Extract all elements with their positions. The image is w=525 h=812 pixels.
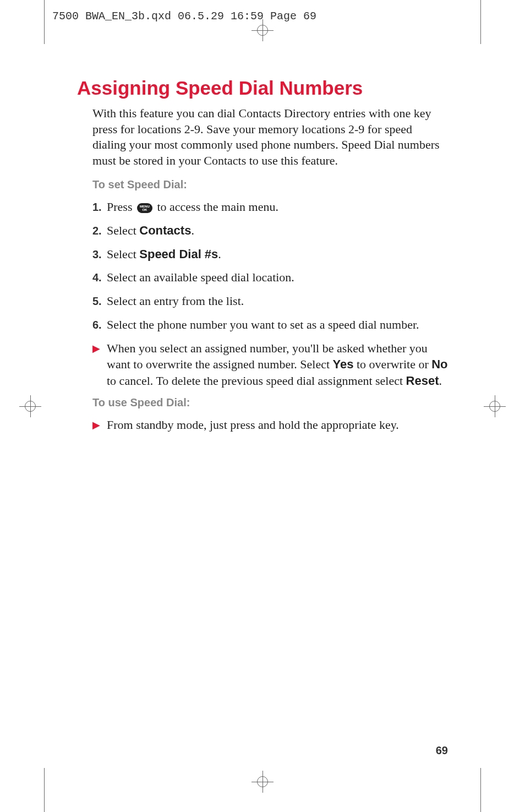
step-number: 2. xyxy=(92,222,107,238)
section-heading-set: To set Speed Dial: xyxy=(77,178,448,191)
file-header-info: 7500 BWA_EN_3b.qxd 06.5.29 16:59 Page 69 xyxy=(52,10,316,23)
intro-paragraph: With this feature you can dial Contacts … xyxy=(77,106,448,168)
crop-mark xyxy=(44,0,45,44)
step-item: 6. Select the phone number you want to s… xyxy=(92,317,448,333)
step-item: 3. Select Speed Dial #s. xyxy=(92,246,448,263)
step-item: 2. Select Contacts. xyxy=(92,222,448,239)
registration-mark-icon xyxy=(251,771,274,793)
step-item: 1. Press MENUOK to access the main menu. xyxy=(92,199,448,215)
step-text: Select the phone number you want to set … xyxy=(107,317,448,333)
step-text: Select Contacts. xyxy=(107,222,448,239)
step-number: 6. xyxy=(92,317,107,333)
crop-mark xyxy=(480,768,481,812)
page-number: 69 xyxy=(436,744,448,757)
step-number: 3. xyxy=(92,246,107,262)
section-heading-use: To use Speed Dial: xyxy=(77,396,448,409)
step-item: 4. Select an available speed dial locati… xyxy=(92,269,448,286)
steps-list: 1. Press MENUOK to access the main menu.… xyxy=(77,199,448,389)
use-list: ▶ From standby mode, just press and hold… xyxy=(77,417,448,433)
page-content: Assigning Speed Dial Numbers With this f… xyxy=(77,77,448,440)
step-text: Select an entry from the list. xyxy=(107,293,448,309)
step-number: 5. xyxy=(92,293,107,309)
use-item: ▶ From standby mode, just press and hold… xyxy=(92,417,448,433)
registration-mark-icon xyxy=(19,395,41,417)
page-title: Assigning Speed Dial Numbers xyxy=(77,77,448,99)
arrow-bullet-icon: ▶ xyxy=(92,340,107,355)
note-item: ▶ When you select an assigned number, yo… xyxy=(92,340,448,389)
crop-mark xyxy=(44,768,45,812)
registration-mark-icon xyxy=(251,19,274,41)
step-item: 5. Select an entry from the list. xyxy=(92,293,448,309)
step-text: Select an available speed dial location. xyxy=(107,269,448,286)
step-text: Select Speed Dial #s. xyxy=(107,246,448,263)
crop-mark xyxy=(480,0,481,44)
note-text: When you select an assigned number, you'… xyxy=(107,340,448,389)
registration-mark-icon xyxy=(484,395,506,417)
step-text: Press MENUOK to access the main menu. xyxy=(107,199,448,215)
menu-ok-icon: MENUOK xyxy=(137,203,152,213)
arrow-bullet-icon: ▶ xyxy=(92,417,107,432)
step-number: 1. xyxy=(92,199,107,215)
use-text: From standby mode, just press and hold t… xyxy=(107,417,448,433)
step-number: 4. xyxy=(92,269,107,285)
